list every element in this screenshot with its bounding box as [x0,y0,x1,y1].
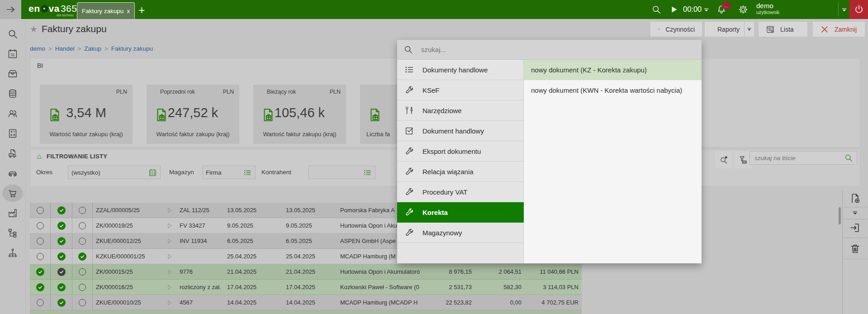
new-document-icon[interactable] [849,193,861,204]
menu-item-magazynowy[interactable]: Magazynowy [397,223,524,243]
sidebar-item-factory[interactable] [2,205,23,222]
list-icon[interactable] [243,168,252,177]
breadcrumb-link-zakup[interactable]: Zakup [84,45,101,52]
kontrahent-input[interactable] [308,166,375,179]
breadcrumb-link-handel[interactable]: Handel [55,45,75,52]
menu-item-dokumenty-handlowe[interactable]: Dokumenty handlowe [397,60,524,80]
list-icon[interactable] [363,168,372,177]
global-search-icon[interactable] [651,5,661,14]
sidebar-item-contacts[interactable] [2,105,23,122]
zatwierdzony-check-icon[interactable] [57,299,66,307]
new-tab-button[interactable]: + [138,4,145,17]
caret-down-icon[interactable] [851,209,859,217]
expand-triangle-icon[interactable] [166,222,173,229]
submenu-item-kwn-korekta-wartosci-nabycia[interactable]: nowy dokument (KWN - Korekta wartości na… [524,80,702,100]
zatwierdzony-check-icon[interactable] [57,283,66,291]
open-document-icon[interactable] [849,222,861,233]
expand-triangle-icon[interactable] [166,268,173,276]
korekta-radio[interactable] [79,207,86,214]
row-select-radio[interactable] [37,238,44,245]
filter-section-header[interactable]: FILTROWANIE LISTY [36,153,107,160]
table-row[interactable]: ZK/000015/25977621.04.202521.04.2025Hurt… [30,264,582,280]
row-select-radio[interactable] [37,299,44,306]
toolbar-button-czynności[interactable]: Czynności [650,22,702,37]
row-select-radio[interactable] [37,207,44,214]
sidebar-item-calendar-31[interactable]: 31 [2,45,23,62]
list-search-input[interactable] [754,154,844,162]
caret-down-icon[interactable] [840,6,848,14]
zatwierdzony-check-icon[interactable] [57,237,66,245]
korekta-radio[interactable] [79,238,86,245]
tab-close-icon[interactable]: x [127,8,130,14]
menu-search-input[interactable] [420,45,695,54]
vertical-scrollbar[interactable] [839,207,841,224]
kpi-card[interactable]: PLN3,54 MWartość faktur zakupu (kraj) [40,85,133,144]
trash-icon[interactable] [849,243,861,254]
menu-item-narzędziowe[interactable]: Narzędziowe [397,100,524,121]
sidebar-item-inbox[interactable] [2,65,23,82]
submenu-item-kz-korekta-zakupu[interactable]: nowy dokument (KZ - Korekta zakupu) [524,60,702,80]
tab-faktury-zakupu[interactable]: Faktury zakupu x [77,2,135,19]
sidebar-item-car[interactable] [2,165,23,182]
row-select-check-icon[interactable] [36,268,44,276]
expand-triangle-icon[interactable] [166,284,173,291]
korekta-radio[interactable] [79,299,86,306]
toolbar-button-raporty[interactable]: Raporty [705,22,744,37]
kpi-card[interactable]: Poprzedni rokPLN247,52 kWartość faktur z… [147,85,239,144]
table-row[interactable]: ZK/000016/25rozliczony z zal.17.04.20251… [30,280,582,295]
kpi-card[interactable]: Bieżący rokPLN105,46 kWartość faktur zak… [253,85,346,144]
sidebar-item-org-chart[interactable] [2,224,23,242]
korekta-check-icon[interactable] [78,252,86,261]
favorite-star-icon[interactable]: ★ [30,24,38,34]
row-select-radio[interactable] [37,222,44,229]
menu-item-relacja-wiązania[interactable]: Relacja wiązania [397,162,524,182]
menu-item-eksport-dokumentu[interactable]: Eksport dokumentu [397,141,524,162]
user-menu[interactable]: demo użytkownik [756,2,779,15]
sidebar-item-delivery[interactable] [2,145,23,162]
filter-settings-button[interactable] [734,151,751,168]
raporty-caret-button[interactable] [744,22,754,37]
zatwierdzony-check-icon[interactable] [57,268,66,276]
breadcrumb-link-faktury-zakupu[interactable]: Faktury zakupu [111,45,153,52]
korekta-radio[interactable] [79,268,86,276]
row-select-check-icon[interactable] [36,283,44,291]
toolbar-button-label: Lista [780,26,794,33]
expand-triangle-icon[interactable] [166,253,173,260]
korekta-radio[interactable] [79,222,86,229]
sidebar-item-calculator[interactable] [2,125,23,142]
table-row[interactable] [30,310,582,314]
sidebar-item-coins[interactable] [2,85,23,102]
topbar-separator [838,3,839,16]
logout-power-button[interactable] [849,0,868,19]
expand-triangle-icon[interactable] [166,299,173,306]
caret-down-icon[interactable] [702,6,710,14]
play-icon[interactable] [669,5,679,14]
expand-triangle-icon[interactable] [166,238,173,245]
search-icon[interactable] [844,153,853,162]
toolbar-button-zamknij[interactable]: Zamknij [813,22,865,37]
breadcrumb-link-demo[interactable]: demo [30,45,45,52]
calendar-icon[interactable] [148,168,157,177]
korekta-radio[interactable] [79,284,86,291]
menu-item-korekta[interactable]: Korekta [397,202,524,223]
zatwierdzony-check-icon[interactable] [57,222,66,230]
zatwierdzony-check-icon[interactable] [57,252,66,261]
expand-triangle-icon[interactable] [166,207,173,214]
menu-item-dokument-handlowy[interactable]: Dokument handlowy [397,121,524,141]
timer[interactable]: 00:00 [683,5,702,14]
menu-item-procedury-vat[interactable]: Procedury VAT [397,182,524,202]
magazyn-input[interactable]: Firma [202,166,256,179]
row-select-radio[interactable] [37,253,44,260]
sidebar-item-cart[interactable] [2,185,23,202]
zatwierdzony-check-icon[interactable] [57,206,66,214]
power-icon [854,4,864,15]
menu-item-ksef[interactable]: KSeF [397,80,524,100]
table-row[interactable]: ZKUE/000010/25456714.04.202514.04.2025MC… [30,295,582,310]
advanced-search-button[interactable] [715,151,732,168]
okres-input[interactable]: (wszystko) [68,166,161,179]
sidebar-item-branch[interactable] [2,244,23,262]
collapse-sidebar-button[interactable] [0,0,21,19]
gear-icon[interactable] [738,5,748,14]
sidebar-item-search[interactable] [2,25,23,43]
toolbar-button-lista[interactable]: Lista [759,22,807,37]
